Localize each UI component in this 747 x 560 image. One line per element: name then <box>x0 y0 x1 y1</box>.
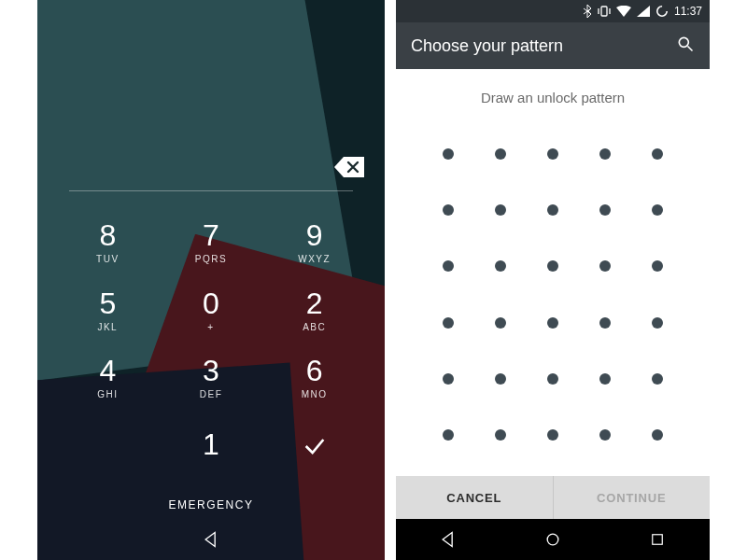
back-icon[interactable] <box>202 530 220 549</box>
bluetooth-icon <box>583 5 592 18</box>
key-4[interactable]: 4GHI <box>56 344 160 413</box>
pattern-node[interactable] <box>474 126 527 182</box>
pattern-node[interactable] <box>527 351 579 407</box>
check-icon <box>302 433 328 459</box>
vibrate-icon <box>598 6 611 17</box>
emergency-call-button[interactable]: EMERGENCY <box>37 487 385 519</box>
pattern-node[interactable] <box>631 182 684 238</box>
cancel-button[interactable]: CANCEL <box>396 476 553 519</box>
app-bar: Choose your pattern <box>396 22 710 69</box>
continue-button: CONTINUE <box>554 476 711 519</box>
pattern-node[interactable] <box>631 126 684 182</box>
confirm-button[interactable] <box>262 412 366 480</box>
home-icon <box>543 530 562 549</box>
signal-icon <box>637 6 650 17</box>
pattern-node[interactable] <box>631 238 684 294</box>
svg-rect-0 <box>601 7 607 16</box>
pattern-node[interactable] <box>579 295 631 351</box>
pattern-node[interactable] <box>422 407 474 463</box>
pattern-node[interactable] <box>631 407 684 463</box>
svg-point-1 <box>657 7 667 16</box>
key-7[interactable]: 7PQRS <box>160 208 263 276</box>
key-blank <box>56 412 160 480</box>
key-5[interactable]: 5JKL <box>56 276 160 344</box>
key-9[interactable]: 9WXYZ <box>262 208 366 276</box>
system-navbar <box>37 519 385 560</box>
pattern-node[interactable] <box>579 238 631 294</box>
back-icon <box>439 530 458 549</box>
lockscreen-pin: 8TUV 7PQRS 9WXYZ 5JKL 0+ 2ABC 4GHI 3DEF … <box>37 0 385 560</box>
pattern-node[interactable] <box>579 351 631 407</box>
pattern-node[interactable] <box>527 407 579 463</box>
pattern-node[interactable] <box>631 351 684 407</box>
pattern-node[interactable] <box>422 351 474 407</box>
keypad: 8TUV 7PQRS 9WXYZ 5JKL 0+ 2ABC 4GHI 3DEF … <box>37 191 385 487</box>
backspace-icon <box>334 157 364 177</box>
key-0[interactable]: 0+ <box>160 276 263 344</box>
pattern-node[interactable] <box>579 182 631 238</box>
system-navbar <box>396 519 710 560</box>
status-bar: 11:37 <box>396 0 710 22</box>
svg-rect-4 <box>653 535 663 545</box>
pattern-node[interactable] <box>527 295 579 351</box>
key-6[interactable]: 6MNO <box>262 344 366 413</box>
search-button[interactable] <box>676 35 695 58</box>
pattern-node[interactable] <box>422 182 474 238</box>
wifi-icon <box>616 6 631 17</box>
instruction-text: Draw an unlock pattern <box>396 69 710 117</box>
pattern-node[interactable] <box>579 126 631 182</box>
nav-home-button[interactable] <box>543 529 563 550</box>
pattern-node[interactable] <box>579 407 631 463</box>
pattern-chooser-screen: 11:37 Choose your pattern Draw an unlock… <box>396 0 710 560</box>
key-1[interactable]: 1 <box>160 412 263 480</box>
backspace-button[interactable] <box>331 154 368 180</box>
pattern-node[interactable] <box>422 295 474 351</box>
search-icon <box>676 35 695 53</box>
button-bar: CANCEL CONTINUE <box>396 476 710 519</box>
svg-point-2 <box>679 37 688 47</box>
key-2[interactable]: 2ABC <box>262 276 366 344</box>
pin-entry-area <box>37 0 385 191</box>
clock-text: 11:37 <box>674 5 702 18</box>
pattern-node[interactable] <box>474 182 527 238</box>
nav-back-button[interactable] <box>438 529 458 550</box>
pattern-node[interactable] <box>474 351 527 407</box>
pattern-node[interactable] <box>474 238 527 294</box>
pattern-node[interactable] <box>527 182 579 238</box>
key-8[interactable]: 8TUV <box>56 208 160 276</box>
pattern-node[interactable] <box>422 238 474 294</box>
recent-apps-icon <box>649 531 666 548</box>
page-title: Choose your pattern <box>411 36 563 56</box>
pattern-node[interactable] <box>527 126 579 182</box>
pattern-node[interactable] <box>631 295 684 351</box>
pattern-grid[interactable] <box>396 117 710 476</box>
pattern-node[interactable] <box>474 295 527 351</box>
sync-icon <box>655 5 669 18</box>
svg-point-3 <box>547 534 558 545</box>
pattern-node[interactable] <box>474 407 527 463</box>
pattern-node[interactable] <box>422 126 474 182</box>
key-3[interactable]: 3DEF <box>160 344 263 413</box>
nav-recent-button[interactable] <box>647 529 668 550</box>
pattern-node[interactable] <box>527 238 579 294</box>
